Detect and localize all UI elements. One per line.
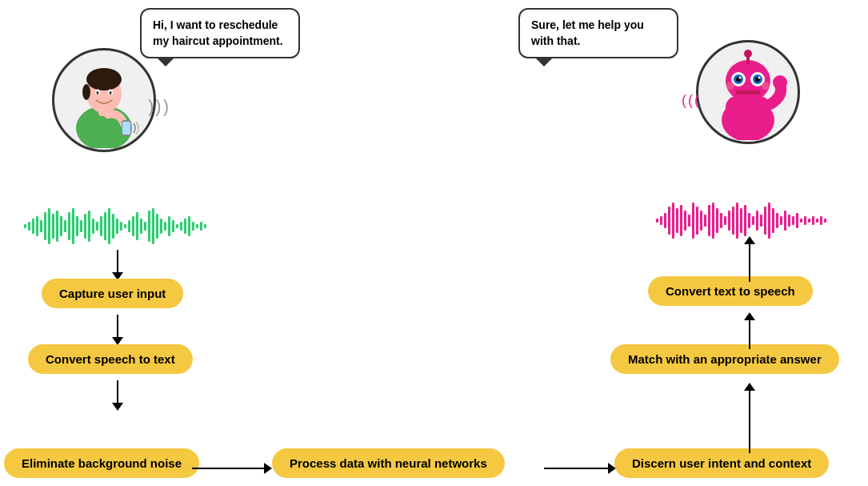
svg-rect-57 bbox=[656, 219, 658, 223]
speech-to-text-label: Convert speech to text bbox=[46, 352, 175, 366]
arrow-neural-to-discern bbox=[544, 463, 616, 474]
svg-rect-46 bbox=[164, 222, 166, 231]
match-answer-box: Match with an appropriate answer bbox=[610, 344, 839, 374]
speech-to-text-box: Convert speech to text bbox=[28, 344, 193, 374]
svg-rect-22 bbox=[68, 212, 70, 240]
svg-rect-114 bbox=[736, 90, 760, 94]
svg-rect-28 bbox=[92, 219, 94, 234]
svg-point-116 bbox=[762, 82, 770, 90]
svg-rect-51 bbox=[184, 219, 186, 234]
eliminate-noise-label: Eliminate background noise bbox=[22, 456, 182, 470]
svg-rect-38 bbox=[132, 216, 134, 236]
svg-rect-76 bbox=[732, 207, 734, 235]
capture-label: Capture user input bbox=[59, 287, 166, 300]
svg-rect-55 bbox=[200, 222, 202, 231]
arrow-discern-to-match bbox=[744, 383, 755, 453]
svg-rect-96 bbox=[812, 216, 814, 225]
svg-rect-79 bbox=[744, 205, 746, 236]
svg-rect-30 bbox=[100, 216, 102, 236]
svg-rect-16 bbox=[44, 212, 46, 240]
svg-rect-80 bbox=[748, 213, 750, 228]
svg-rect-99 bbox=[824, 219, 826, 223]
svg-rect-39 bbox=[136, 212, 138, 240]
bot-sound-waves: ))) bbox=[680, 92, 699, 109]
svg-point-7 bbox=[97, 91, 99, 94]
svg-rect-90 bbox=[788, 215, 790, 227]
svg-rect-11 bbox=[24, 224, 26, 228]
svg-rect-26 bbox=[84, 214, 86, 239]
discern-intent-label: Discern user intent and context bbox=[632, 456, 811, 470]
text-to-speech-box: Convert text to speech bbox=[648, 276, 813, 306]
svg-point-113 bbox=[758, 77, 761, 79]
svg-rect-93 bbox=[800, 219, 802, 223]
match-answer-label: Match with an appropriate answer bbox=[628, 352, 822, 366]
svg-rect-66 bbox=[692, 203, 694, 239]
svg-rect-15 bbox=[40, 220, 42, 232]
svg-rect-12 bbox=[28, 222, 30, 231]
svg-rect-91 bbox=[792, 216, 794, 225]
user-speech-bubble: Hi, I want to reschedule my haircut appo… bbox=[140, 8, 300, 58]
svg-rect-37 bbox=[128, 220, 130, 232]
svg-rect-25 bbox=[80, 220, 82, 232]
svg-rect-73 bbox=[720, 213, 722, 228]
svg-rect-72 bbox=[716, 208, 718, 233]
svg-rect-69 bbox=[704, 215, 706, 227]
arrow-eliminate-to-neural bbox=[192, 463, 272, 474]
text-to-speech-label: Convert text to speech bbox=[666, 284, 795, 298]
svg-rect-13 bbox=[32, 219, 34, 234]
arrow-capture-to-speech bbox=[112, 315, 123, 345]
svg-rect-74 bbox=[724, 216, 726, 225]
svg-point-117 bbox=[773, 75, 787, 90]
svg-rect-44 bbox=[156, 214, 158, 239]
svg-rect-62 bbox=[676, 208, 678, 233]
svg-rect-52 bbox=[188, 216, 190, 236]
svg-rect-17 bbox=[48, 208, 50, 244]
neural-networks-label: Process data with neural networks bbox=[290, 456, 487, 470]
svg-rect-34 bbox=[116, 219, 118, 234]
svg-point-105 bbox=[744, 50, 752, 58]
svg-rect-70 bbox=[708, 205, 710, 236]
user-bubble-text: Hi, I want to reschedule my haircut appo… bbox=[153, 18, 283, 47]
svg-rect-48 bbox=[172, 220, 174, 232]
svg-rect-54 bbox=[196, 224, 198, 228]
neural-networks-box: Process data with neural networks bbox=[272, 448, 505, 478]
svg-rect-36 bbox=[124, 224, 126, 228]
bot-avatar bbox=[696, 40, 800, 144]
svg-rect-50 bbox=[180, 222, 182, 231]
svg-rect-88 bbox=[780, 216, 782, 225]
svg-rect-32 bbox=[108, 208, 110, 244]
svg-rect-94 bbox=[804, 216, 806, 225]
svg-rect-60 bbox=[668, 207, 670, 235]
svg-rect-19 bbox=[56, 211, 58, 242]
svg-point-112 bbox=[739, 77, 742, 79]
svg-rect-41 bbox=[144, 222, 146, 231]
svg-rect-61 bbox=[672, 203, 674, 239]
svg-rect-18 bbox=[52, 214, 54, 239]
svg-rect-78 bbox=[740, 208, 742, 233]
diagram-container: Hi, I want to reschedule my haircut appo… bbox=[0, 0, 868, 486]
svg-rect-92 bbox=[796, 213, 798, 228]
svg-rect-24 bbox=[76, 216, 78, 236]
svg-rect-35 bbox=[120, 222, 122, 231]
capture-user-input-box: Capture user input bbox=[42, 279, 183, 308]
bot-avatar-svg bbox=[700, 44, 796, 140]
svg-rect-33 bbox=[112, 214, 114, 239]
svg-rect-63 bbox=[680, 205, 682, 236]
svg-point-115 bbox=[726, 82, 734, 90]
arrow-waveform-to-capture bbox=[112, 250, 123, 280]
svg-rect-10 bbox=[122, 122, 130, 135]
svg-rect-21 bbox=[64, 220, 66, 232]
svg-rect-29 bbox=[96, 222, 98, 231]
svg-rect-85 bbox=[768, 203, 770, 239]
svg-rect-83 bbox=[760, 215, 762, 227]
svg-rect-77 bbox=[736, 203, 738, 239]
svg-rect-68 bbox=[700, 211, 702, 231]
svg-rect-59 bbox=[664, 213, 666, 228]
bot-bubble-text: Sure, let me help you with that. bbox=[531, 18, 644, 47]
svg-point-4 bbox=[82, 84, 90, 100]
svg-point-8 bbox=[110, 91, 112, 94]
svg-rect-97 bbox=[816, 219, 818, 223]
svg-rect-89 bbox=[784, 211, 786, 231]
user-avatar-svg bbox=[56, 52, 152, 148]
svg-rect-45 bbox=[160, 219, 162, 234]
